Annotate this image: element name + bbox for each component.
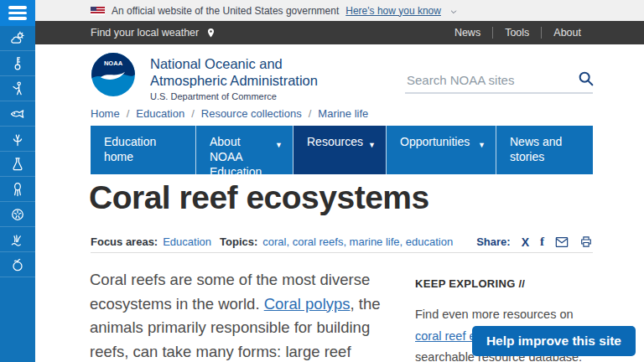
breadcrumb-home[interactable]: Home	[91, 107, 120, 120]
noaa-logo[interactable]: NOAA	[91, 52, 136, 97]
dropdown-arrow-icon: ▼	[478, 137, 486, 153]
help-improve-site-button[interactable]: Help improve this site	[472, 326, 636, 356]
org-name-line1: National Oceanic and	[150, 55, 318, 72]
svg-text:NOAA: NOAA	[104, 59, 123, 67]
breadcrumb-resource-collections[interactable]: Resource collections	[201, 107, 302, 120]
share-group: Share: X f	[476, 235, 593, 249]
hamburger-menu-icon[interactable]	[0, 0, 35, 26]
tab-about-noaa-education[interactable]: About NOAA Education ▼	[195, 126, 293, 174]
share-email-icon[interactable]	[555, 236, 569, 248]
org-department: U.S. Department of Commerce	[150, 91, 318, 101]
main-nav: Education home About NOAA Education ▼ Re…	[91, 126, 593, 174]
share-x-icon[interactable]: X	[522, 235, 529, 249]
local-weather-link[interactable]: Find your local weather	[91, 27, 216, 39]
breadcrumb: Home / Education / Resource collections …	[91, 107, 368, 120]
topics-label: Topics:	[220, 235, 257, 248]
how-you-know-link[interactable]: Here's how you know	[345, 5, 441, 17]
share-facebook-icon[interactable]: f	[540, 235, 544, 249]
chevron-down-icon[interactable]	[449, 7, 458, 15]
fishing-icon[interactable]	[0, 76, 35, 101]
tools-link[interactable]: Tools	[493, 27, 541, 39]
gov-banner-text: An official website of the United States…	[112, 5, 339, 17]
climate-icon[interactable]	[0, 51, 35, 76]
breadcrumb-education[interactable]: Education	[136, 107, 184, 120]
sand-dollar-icon[interactable]	[0, 202, 35, 227]
article-intro: Coral reefs are some of the most diverse…	[90, 268, 392, 362]
tab-news-and-stories[interactable]: News and stories	[496, 126, 593, 174]
print-icon[interactable]	[579, 235, 593, 248]
tab-education-home[interactable]: Education home	[91, 126, 195, 174]
sidebar	[0, 0, 35, 362]
tab-resources[interactable]: Resources ▼	[293, 126, 386, 174]
focus-area-education-link[interactable]: Education	[163, 235, 211, 248]
wetland-icon[interactable]	[0, 227, 35, 252]
org-title-block: National Oceanic and Atmospheric Adminis…	[150, 55, 318, 101]
search-input[interactable]	[405, 72, 575, 88]
tab-opportunities[interactable]: Opportunities ▼	[386, 126, 496, 174]
plankton-icon[interactable]	[0, 177, 35, 202]
page-title: Coral reef ecosystems	[89, 179, 429, 216]
education-apple-icon[interactable]	[0, 252, 35, 277]
news-link[interactable]: News	[443, 27, 492, 39]
dropdown-arrow-icon: ▼	[368, 137, 376, 153]
search-icon	[577, 70, 595, 88]
breadcrumb-separator: /	[309, 107, 312, 120]
divider-rule	[91, 252, 593, 253]
share-label: Share:	[476, 235, 510, 248]
local-weather-label: Find your local weather	[91, 27, 199, 39]
fish-icon[interactable]	[0, 101, 35, 127]
page-meta: Focus areas: Education Topics: coral, co…	[91, 235, 593, 249]
keep-exploring-heading: KEEP EXPLORING //	[415, 277, 598, 290]
noaa-education-page: An official website of the United States…	[0, 0, 644, 362]
utility-bar: Find your local weather News Tools About	[35, 21, 644, 44]
breadcrumb-separator: /	[191, 107, 195, 120]
gov-banner: An official website of the United States…	[35, 0, 644, 21]
breadcrumb-marine-life[interactable]: Marine life	[318, 107, 368, 120]
aside-text: Find even more resources on	[415, 308, 574, 321]
breadcrumb-separator: /	[127, 107, 130, 120]
science-flask-icon[interactable]	[0, 152, 35, 177]
us-flag-icon	[91, 7, 105, 15]
search-box	[405, 67, 593, 94]
search-button[interactable]	[575, 70, 597, 90]
utility-links: News Tools About	[443, 27, 593, 39]
about-link[interactable]: About	[542, 27, 593, 39]
dropdown-arrow-icon: ▼	[275, 137, 283, 153]
weather-icon[interactable]	[0, 26, 35, 51]
focus-areas-label: Focus areas:	[91, 235, 158, 248]
coral-icon[interactable]	[0, 127, 35, 152]
org-name-line2: Atmospheric Administration	[150, 72, 318, 89]
coral-polyps-link[interactable]: Coral polyps	[264, 295, 351, 313]
location-pin-icon	[205, 27, 216, 39]
topic-links[interactable]: coral, coral reefs, marine life, educati…	[262, 235, 453, 248]
